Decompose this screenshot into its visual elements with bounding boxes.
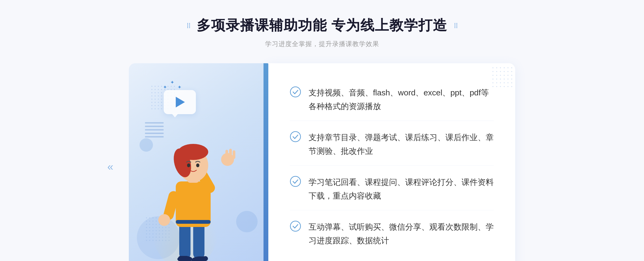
svg-rect-1 <box>179 222 191 259</box>
header-dots-left: ⁞⁞ <box>186 21 190 30</box>
svg-rect-9 <box>225 150 228 159</box>
feature-item-3: 学习笔记回看、课程提问、课程评论打分、课件资料下载，重点内容收藏 <box>290 168 494 210</box>
svg-point-25 <box>290 221 301 231</box>
spark-icon-3: ✦ <box>178 85 181 90</box>
main-content: « ✦ ✦ ✦ <box>129 63 515 261</box>
check-icon-1 <box>290 86 301 98</box>
svg-rect-19 <box>176 220 211 224</box>
deco-circle-medium <box>236 211 258 232</box>
svg-point-23 <box>290 132 301 142</box>
blue-vertical-bar <box>264 63 268 261</box>
svg-point-17 <box>187 163 190 167</box>
left-illustration: ✦ ✦ ✦ <box>129 63 268 261</box>
feature-text-4: 互动弹幕、试听购买、微信分享、观看次数限制、学习进度跟踪、数据统计 <box>309 220 494 247</box>
page-title: 多项录播课辅助功能 专为线上教学打造 <box>197 16 447 35</box>
feature-text-3: 学习笔记回看、课程提问、课程评论打分、课件资料下载，重点内容收藏 <box>309 175 494 203</box>
feature-item-2: 支持章节目录、弹题考试、课后练习、课后作业、章节测验、批改作业 <box>290 123 494 166</box>
svg-rect-10 <box>229 149 232 159</box>
check-icon-2 <box>290 131 301 142</box>
person-illustration <box>145 120 239 261</box>
svg-rect-11 <box>233 150 235 159</box>
feature-item-4: 互动弹幕、试听购买、微信分享、观看次数限制、学习进度跟踪、数据统计 <box>290 212 494 255</box>
feature-item-1: 支持视频、音频、flash、word、excel、ppt、pdf等各种格式的资源… <box>290 78 494 121</box>
play-bubble <box>164 90 199 120</box>
play-bubble-box <box>164 90 196 114</box>
header-subtitle: 学习进度全掌握，提升录播课教学效果 <box>265 40 379 48</box>
check-icon-4 <box>290 221 301 232</box>
feature-text-1: 支持视频、音频、flash、word、excel、ppt、pdf等各种格式的资源… <box>309 86 494 113</box>
check-icon-3 <box>290 176 301 187</box>
header-dots-right: ⁞⁞ <box>454 21 458 30</box>
spark-icon-1: ✦ <box>163 85 167 90</box>
svg-point-24 <box>290 176 301 187</box>
header-section: ⁞⁞ 多项录播课辅助功能 专为线上教学打造 ⁞⁞ 学习进度全掌握，提升录播课教学… <box>0 16 644 48</box>
play-icon <box>176 97 185 107</box>
left-chevron-icon: « <box>107 161 113 173</box>
svg-point-18 <box>196 163 199 167</box>
svg-point-22 <box>290 87 301 97</box>
feature-text-2: 支持章节目录、弹题考试、课后练习、课后作业、章节测验、批改作业 <box>309 130 494 158</box>
right-features-panel: 支持视频、音频、flash、word、excel、ppt、pdf等各种格式的资源… <box>268 63 515 261</box>
spark-icon-2: ✦ <box>170 80 174 85</box>
svg-rect-21 <box>178 256 189 261</box>
svg-point-12 <box>158 214 170 226</box>
page-container: ⁞⁞ 多项录播课辅助功能 专为线上教学打造 ⁞⁞ 学习进度全掌握，提升录播课教学… <box>0 0 644 261</box>
header-title-row: ⁞⁞ 多项录播课辅助功能 专为线上教学打造 ⁞⁞ <box>186 16 458 35</box>
top-right-dots-pattern <box>491 66 513 87</box>
